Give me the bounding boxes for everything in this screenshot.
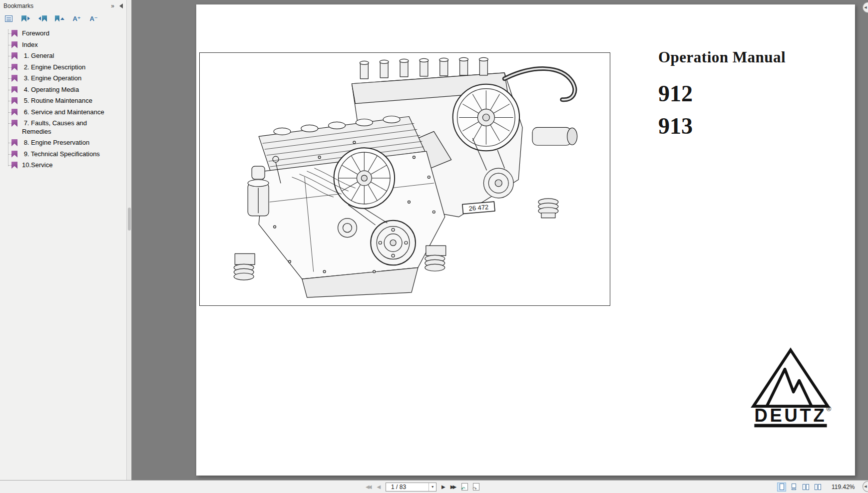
previous-page-button[interactable]: ◀ (377, 485, 381, 490)
page-indicator[interactable]: 1 / 83 (386, 484, 429, 491)
bookmark-flag-icon (11, 30, 17, 37)
bookmark-flag-icon (11, 120, 17, 127)
status-bar: ◀◀ ◀ 1 / 83 ▼ ▶ ▶▶ ↶ ↷ 119.42% ▼ ◀ (0, 480, 868, 493)
bookmark-flag-icon (11, 139, 17, 146)
bookmark-flag-icon (11, 162, 17, 169)
wordmark-underline (754, 424, 827, 428)
page-navigation: ◀◀ ◀ 1 / 83 ▼ ▶ ▶▶ ↶ ↷ (366, 481, 479, 493)
model-number: 913 (658, 113, 693, 139)
bookmark-label: 1. General (22, 52, 54, 59)
bookmark-flag-icon (11, 151, 17, 158)
bookmarks-panel: Bookmarks » A⁺ A⁻ Foreword Index 1. Gene… (0, 0, 126, 480)
pdf-page: 26 472 (196, 4, 855, 476)
bookmarks-panel-title: Bookmarks (3, 2, 33, 9)
brand-wordmark: DEUTZ (755, 405, 827, 426)
bookmark-flag-icon (11, 86, 17, 93)
next-view-arrow-icon: ↷ (472, 487, 476, 492)
bookmark-label: 3. Engine Operation (22, 74, 81, 82)
page-dropdown-caret-icon[interactable]: ▼ (429, 483, 436, 491)
view-mode-facing-icon[interactable] (801, 483, 810, 492)
zoom-level[interactable]: 119.42% (832, 484, 855, 491)
teal-flag-icon (55, 15, 59, 22)
next-view-button[interactable]: ↷ (473, 483, 479, 491)
bookmark-label: Index (22, 41, 38, 48)
a-plus-glyph: A⁺ (72, 15, 80, 22)
bookmark-item[interactable]: Index (0, 39, 126, 51)
bookmark-flag-icon (11, 64, 17, 71)
collapse-panel-icon[interactable] (119, 3, 123, 8)
bookmark-flag-icon (11, 109, 17, 116)
bookmark-label: 10.Service (22, 161, 52, 169)
collapse-bookmark-icon[interactable] (38, 14, 47, 23)
bookmarks-toolbar: A⁺ A⁻ (0, 11, 126, 26)
model-number: 912 (658, 80, 693, 107)
continuous-glyph (792, 484, 796, 490)
bookmark-list: Foreword Index 1. General 2. Engine Desc… (0, 26, 126, 171)
view-controls: 119.42% ▼ (777, 481, 866, 493)
arrow-right-icon (27, 16, 30, 20)
engine-illustration-frame: 26 472 (199, 52, 610, 306)
a-minus-glyph: A⁻ (89, 15, 97, 22)
bookmark-label: 4. Operating Media (22, 86, 79, 93)
facing-continuous-glyph (815, 484, 821, 490)
view-mode-single-icon[interactable] (777, 483, 786, 492)
splitter-handle[interactable] (128, 208, 131, 231)
panel-menu-chevrons-icon[interactable]: » (111, 2, 114, 9)
bookmark-label: 6. Service and Maintenance (22, 108, 104, 116)
bookmark-label: 2. Engine Description (22, 63, 85, 71)
view-mode-continuous-icon[interactable] (789, 483, 798, 492)
bookmark-item[interactable]: 4. Operating Media (0, 84, 126, 96)
cover-title-block: Operation Manual 912 913 (658, 48, 848, 66)
increase-text-size-icon[interactable]: A⁺ (72, 14, 81, 23)
bookmark-label: 5. Routine Maintenance (22, 97, 92, 104)
bookmark-flag-icon (11, 41, 17, 48)
bookmark-label: 9. Technical Specifications (22, 150, 100, 158)
page-indicator-box[interactable]: 1 / 83 ▼ (386, 483, 436, 492)
document-view-area[interactable]: 26 472 (132, 0, 868, 480)
decrease-text-size-icon[interactable]: A⁻ (89, 14, 98, 23)
bookmarks-panel-header: Bookmarks » (0, 0, 126, 11)
view-mode-facing-continuous-icon[interactable] (813, 483, 822, 492)
facing-glyph (803, 484, 809, 490)
arrow-up-icon (60, 17, 64, 20)
logo-triangle-icon (753, 350, 828, 406)
bookmark-label: Foreword (22, 29, 49, 37)
registered-mark: ® (827, 405, 832, 413)
bookmark-item[interactable]: 1. General (0, 50, 126, 62)
bookmark-item[interactable]: 8. Engine Preservation (0, 137, 126, 149)
bookmark-item[interactable]: 9. Technical Specifications (0, 149, 126, 160)
bookmark-label: 8. Engine Preservation (22, 139, 89, 146)
bookmark-flag-icon (11, 52, 17, 59)
panel-splitter[interactable] (126, 0, 132, 480)
bookmark-item[interactable]: 3. Engine Operation (0, 73, 126, 84)
doc-title: Operation Manual (658, 48, 848, 66)
bookmark-item[interactable]: 5. Routine Maintenance (0, 95, 126, 107)
options-box-icon (5, 15, 12, 22)
previous-view-button[interactable]: ↶ (461, 483, 468, 491)
first-page-button[interactable]: ◀◀ (366, 485, 372, 490)
arrow-left-icon (38, 16, 41, 20)
bookmark-flag-icon (11, 75, 17, 82)
pdf-viewer-window: Bookmarks » A⁺ A⁻ Foreword Index 1. Gene… (0, 0, 868, 493)
engine-illustration: 26 472 (200, 53, 610, 305)
teal-flag-icon (21, 15, 26, 22)
bookmark-label: 7. Faults, Causes and Remedies (22, 119, 89, 135)
deutz-logo: ® DEUTZ (748, 346, 834, 429)
goto-bookmark-icon[interactable] (55, 14, 64, 23)
bookmark-item[interactable]: 7. Faults, Causes and Remedies (0, 118, 126, 137)
teal-flag-icon (42, 15, 47, 22)
next-page-button[interactable]: ▶ (441, 485, 445, 490)
bookmark-item[interactable]: 10.Service (0, 160, 126, 171)
bookmark-item[interactable]: Foreword (0, 28, 126, 39)
bookmark-item[interactable]: 6. Service and Maintenance (0, 107, 126, 118)
expand-bookmark-icon[interactable] (21, 14, 30, 23)
bookmark-options-icon[interactable] (4, 14, 13, 23)
previous-view-arrow-icon: ↶ (461, 487, 465, 492)
last-page-button[interactable]: ▶▶ (450, 485, 456, 490)
bookmark-item[interactable]: 2. Engine Description (0, 62, 126, 73)
bookmark-flag-icon (11, 97, 17, 104)
single-page-glyph (780, 484, 784, 490)
